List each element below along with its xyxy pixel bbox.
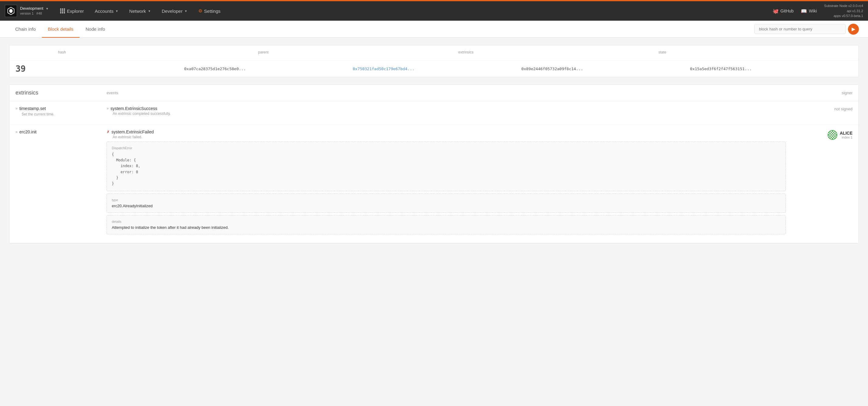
event-expand-icon-1-0[interactable]: ✗ [106, 130, 110, 134]
app-block: #48 [36, 11, 42, 15]
extrinsic-events-0: » system.ExtrinsicSuccess An extrinsic c… [106, 106, 792, 119]
nav-developer-label: Developer [162, 8, 183, 14]
main-nav: Explorer Accounts ▼ Network ▼ Developer … [55, 1, 772, 21]
extrinsic-desc-0: Set the current time. [16, 112, 100, 116]
event-desc-1-0: An extrinsic failed. [106, 135, 786, 139]
nav-right: 🐙 GitHub 📖 Wiki Substrate Node v2.0.0-rc… [773, 3, 863, 19]
app-name: Development [20, 6, 43, 11]
details-error-label: details [112, 220, 780, 223]
nav-network[interactable]: Network ▼ [124, 1, 156, 21]
extrinsics-header: extrinsics events signer [9, 85, 859, 101]
extrinsic-left-0: » timestamp.set Set the current time. [16, 106, 106, 116]
search-button[interactable]: ▶ [848, 24, 859, 35]
search-arrow-icon: ▶ [851, 26, 855, 32]
main-content: hash parent extrinsics state 39 0xa07ca2… [0, 38, 868, 251]
signer-info-1: ALICE index 1 [840, 131, 852, 139]
event-name-label-0-0: system.ExtrinsicSuccess [111, 106, 157, 111]
type-error-value: erc20.AlreadyInitialized [112, 204, 780, 208]
event-name-0-0: » system.ExtrinsicSuccess [106, 106, 786, 111]
alice-account-icon [828, 130, 837, 140]
extrinsic-name-label-1: erc20.init [20, 129, 37, 134]
block-extrinsics-cell: 0x89e2446f05732a09f8c14... [516, 66, 684, 71]
extrinsic-expand-icon-1[interactable]: » [16, 130, 18, 134]
dispatch-error-label: DispatchError [112, 146, 780, 150]
search-area: ▶ [754, 24, 859, 35]
extrinsics-section: extrinsics events signer » timestamp.set… [9, 85, 859, 243]
nav-accounts-label: Accounts [95, 8, 114, 14]
block-hash-value: 0xa07ca28375d1e276c58e0... [184, 66, 246, 71]
app-name-block: Development ▼ version 1 #48 [20, 6, 49, 16]
extrinsic-signer-1: ALICE index 1 [792, 129, 852, 140]
substrate-logo [7, 7, 15, 15]
wiki-link[interactable]: 📖 Wiki [801, 8, 817, 14]
details-error-value: Attempted to initialize the token after … [112, 225, 780, 230]
nav-network-label: Network [129, 8, 146, 14]
tabs-list: Chain info Block details Node info [9, 21, 754, 37]
wiki-icon: 📖 [801, 8, 807, 14]
event-name-1-0: ✗ system.ExtrinsicFailed [106, 129, 786, 134]
extrinsic-signer-0: not signed [792, 106, 852, 111]
block-hash-cell: 0xa07ca28375d1e276c58e0... [178, 66, 346, 71]
tab-block-details[interactable]: Block details [42, 21, 80, 38]
node-info-content: Substrate Node v2.0.0-rc4 api v1.31.2 ap… [824, 4, 863, 18]
event-expand-icon-0-0[interactable]: » [106, 106, 109, 111]
extrinsic-main-1: » erc20.init ✗ system.ExtrinsicFailed An… [9, 124, 859, 243]
settings-gear-icon: ⚙ [198, 8, 202, 14]
search-input[interactable] [754, 24, 845, 34]
nav-developer[interactable]: Developer ▼ [156, 1, 193, 21]
svg-marker-1 [9, 9, 13, 13]
github-link[interactable]: 🐙 GitHub [773, 8, 794, 14]
event-item-1-0: ✗ system.ExtrinsicFailed An extrinsic fa… [106, 129, 786, 234]
network-caret-icon: ▼ [148, 9, 151, 13]
explorer-grid-icon [60, 8, 65, 13]
extrinsic-name-0: » timestamp.set [16, 106, 100, 111]
extrinsic-row-1: » erc20.init ✗ system.ExtrinsicFailed An… [9, 124, 859, 243]
block-row: hash parent extrinsics state 39 0xa07ca2… [9, 45, 859, 77]
not-signed-label-0: not signed [834, 107, 852, 111]
event-name-label-1-0: system.ExtrinsicFailed [112, 129, 154, 134]
dispatch-error-code: { Module: { index: 8, error: 0 } } [112, 152, 780, 186]
dispatch-error-box: DispatchError { Module: { index: 8, erro… [106, 142, 786, 191]
block-col-hash: hash [52, 50, 252, 56]
signer-index-1: index 1 [840, 136, 852, 139]
nav-settings-label: Settings [204, 8, 220, 14]
block-header-labels: hash parent extrinsics state [9, 45, 859, 61]
app-dropdown-icon[interactable]: ▼ [45, 7, 49, 10]
details-error-box: details Attempted to initialize the toke… [106, 215, 786, 234]
block-state-cell: 0x15a5ed3f6f2f47f563151... [684, 66, 852, 71]
block-col-state: state [652, 50, 852, 56]
developer-caret-icon: ▼ [184, 9, 187, 13]
wiki-label: Wiki [809, 8, 817, 13]
block-data-row: 39 0xa07ca28375d1e276c58e0... 0x750321fa… [9, 61, 859, 77]
block-parent-cell[interactable]: 0x750321fad50c179e67bd4... [346, 66, 515, 71]
signer-account-1: ALICE index 1 [828, 130, 852, 140]
nav-explorer-label: Explorer [67, 8, 84, 14]
events-col-header: events [106, 91, 792, 95]
extrinsic-name-label-0: timestamp.set [20, 106, 46, 111]
tab-node-info[interactable]: Node info [80, 21, 111, 38]
github-label: GitHub [780, 8, 794, 13]
nav-explorer[interactable]: Explorer [55, 1, 89, 21]
extrinsics-title: extrinsics [16, 90, 106, 96]
block-parent-value: 0x750321fad50c179e67bd4... [352, 66, 414, 71]
tab-chain-info[interactable]: Chain info [9, 21, 42, 38]
extrinsic-name-1: » erc20.init [16, 129, 100, 134]
logo-area[interactable]: Development ▼ version 1 #48 [5, 5, 49, 17]
event-desc-0-0: An extrinsic completed successfully. [106, 112, 786, 116]
extrinsic-main-0: » timestamp.set Set the current time. » … [9, 101, 859, 124]
block-col-extrinsics: extrinsics [452, 50, 652, 56]
block-number-cell: 39 [16, 64, 178, 74]
type-error-box: type erc20.AlreadyInitialized [106, 194, 786, 213]
extrinsic-expand-icon-0[interactable]: » [16, 106, 18, 111]
app-version: version 1 [20, 11, 34, 15]
extrinsic-row-0: » timestamp.set Set the current time. » … [9, 101, 859, 124]
github-icon: 🐙 [773, 8, 779, 14]
nav-settings[interactable]: ⚙ Settings [193, 1, 226, 21]
extrinsic-left-1: » erc20.init [16, 129, 106, 136]
accounts-caret-icon: ▼ [116, 9, 119, 13]
signer-name-1: ALICE [840, 131, 852, 136]
block-col-parent: parent [252, 50, 452, 56]
type-error-label: type [112, 198, 780, 202]
nav-accounts[interactable]: Accounts ▼ [89, 1, 124, 21]
block-extrinsics-value: 0x89e2446f05732a09f8c14... [522, 66, 583, 71]
